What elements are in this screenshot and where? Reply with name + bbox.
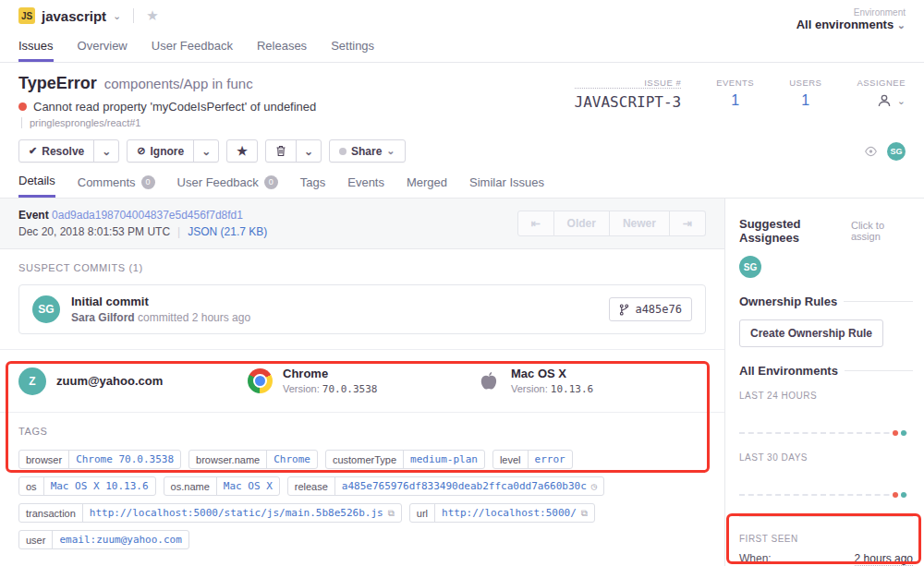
tag-browser[interactable]: browserChrome 70.0.3538 [18,450,181,469]
nav-overview[interactable]: Overview [78,39,128,62]
commit-meta: committed 2 hours ago [138,311,250,324]
newer-event-button[interactable]: Newer [610,211,670,236]
tab-details[interactable]: Details [18,174,55,198]
tag-user[interactable]: useremail:zuum@yahoo.com [18,530,189,549]
tab-events[interactable]: Events [347,174,384,198]
tag-release[interactable]: releasea485e765976df833490deab2ffca0dd7a… [287,476,604,496]
tag-url[interactable]: urlhttp://localhost:5000/⧉ [409,503,595,523]
environment-selector[interactable]: Environment All environments ⌄ [796,7,906,31]
delete-button[interactable]: ⌄ [265,139,322,163]
os-version: 10.13.6 [551,383,593,395]
comments-count-badge: 0 [141,175,155,189]
commit-author: Sara Gilford [71,311,135,324]
event-details-main: Event 0ad9ada198704004837e5d456f7d8fd1 D… [0,199,725,566]
resolve-button[interactable]: ✔Resolve ⌄ [18,139,119,163]
external-link-icon[interactable]: ⧉ [581,508,588,519]
trash-icon [275,145,286,157]
external-link-icon[interactable]: ⧉ [388,508,395,519]
event-id-link[interactable]: 0ad9ada198704004837e5d456f7d8fd1 [52,209,243,222]
issue-culprit: components/App in func [104,76,253,91]
delete-dropdown[interactable]: ⌄ [296,140,321,162]
event-toolbar: Event 0ad9ada198704004837e5d456f7d8fd1 D… [0,199,724,249]
bookmark-star-icon[interactable]: ★ [146,7,158,24]
event-context-row: Z zuum@yahoo.com Chrome Version: 70.0.35… [0,350,724,413]
first-seen-relative: 2 hours ago [855,552,913,566]
suggested-assignees-title: Suggested Assignees [739,217,845,245]
nav-user-feedback[interactable]: User Feedback [152,39,233,62]
suspect-commits-heading: SUSPECT COMMITS (1) [18,262,706,273]
event-label: Event [18,209,49,222]
suggested-assignees-block: Suggested AssigneesClick to assign SG [739,217,913,278]
chevron-down-icon: ⌄ [897,19,906,30]
apple-icon [477,368,501,394]
sparkline-point-teal [901,492,906,498]
sparkline-point-red [893,492,898,498]
chevron-down-icon: ⌄ [897,96,906,106]
commit-sha-button[interactable]: a485e76 [609,297,692,321]
viewer-avatar[interactable]: SG [887,142,906,161]
newest-event-button[interactable]: ⇥ [670,211,706,236]
star-button[interactable]: ★ [226,139,258,163]
tag-transaction[interactable]: transactionhttp://localhost:5000/static/… [18,503,402,523]
assignee-dropdown[interactable]: ⌄ [857,92,906,109]
suspect-commits-section: SUSPECT COMMITS (1) SG Initial commit Sa… [0,249,724,350]
ban-icon: ⊘ [137,145,145,157]
tag-level[interactable]: levelerror [492,450,573,469]
sentry-issue-page: JS javascript ⌄ ★ Environment All enviro… [0,0,924,566]
issue-message: Cannot read property 'myCodeIsPerfect' o… [33,100,316,114]
all-environments-block: All Environments LAST 24 HOURS LAST 30 D… [739,364,913,517]
chevron-down-icon: ⌄ [113,11,121,21]
user-email: zuum@yahoo.com [56,374,163,388]
tab-tags[interactable]: Tags [300,174,325,198]
events-label: EVENTS [716,78,754,88]
issue-number-value: JAVASCRIPT-3 [575,93,682,111]
create-ownership-rule-button[interactable]: Create Ownership Rule [739,319,883,347]
context-os: Mac OS X Version: 10.13.6 [477,367,706,395]
nav-releases[interactable]: Releases [257,39,307,62]
tag-customer-type[interactable]: customerTypemedium-plan [325,450,485,469]
git-branch-icon [619,304,629,316]
sparkline-baseline [739,432,907,434]
resolve-dropdown[interactable]: ⌄ [93,140,118,162]
tag-os[interactable]: osMac OS X 10.13.6 [18,476,156,496]
project-name[interactable]: javascript [42,8,106,24]
nav-settings[interactable]: Settings [331,39,374,62]
nav-issues[interactable]: Issues [18,39,54,62]
all-environments-title: All Environments [739,364,838,378]
issue-stats: ISSUE # JAVASCRIPT-3 EVENTS 1 USERS 1 AS… [575,74,906,128]
stat-events: EVENTS 1 [716,78,754,128]
user-avatar: Z [18,367,46,395]
share-status-dot [339,148,346,155]
event-json-link[interactable]: JSON (21.7 KB) [188,225,267,238]
older-event-button[interactable]: Older [554,211,610,236]
divider: | [177,225,180,238]
app-header: JS javascript ⌄ ★ Environment All enviro… [0,0,924,63]
tab-user-feedback[interactable]: User Feedback0 [177,174,278,198]
tag-os-name[interactable]: os.nameMac OS X [164,476,280,496]
chrome-icon [248,368,273,393]
last-24-hours-sparkline [739,404,913,440]
environment-value[interactable]: All environments ⌄ [796,18,906,31]
tab-similar-issues[interactable]: Similar Issues [469,174,544,198]
share-button[interactable]: Share⌄ [329,139,406,163]
users-count[interactable]: 1 [789,92,821,109]
issue-action-row: ✔Resolve ⌄ ⊘Ignore ⌄ ★ ⌄ Share⌄ [18,139,906,163]
project-switcher[interactable]: JS javascript ⌄ ★ [18,7,159,24]
commit-card: SG Initial commit Sara Gilford committed… [18,284,706,334]
ignore-dropdown[interactable]: ⌄ [193,140,218,162]
divider [133,8,134,23]
project-platform-badge: JS [18,7,35,24]
suggested-assignee-avatar[interactable]: SG [739,256,761,278]
ignore-button[interactable]: ⊘Ignore ⌄ [127,139,219,163]
clock-icon: ◷ [591,481,597,491]
seen-by-eye-icon [863,146,879,157]
user-feedback-count-badge: 0 [264,175,278,189]
tab-merged[interactable]: Merged [407,174,447,198]
tab-comments[interactable]: Comments0 [78,174,155,198]
events-count[interactable]: 1 [716,92,754,109]
first-seen-block: FIRST SEEN When:2 hours ago Dec 20, 2018… [739,534,913,566]
tag-browser-name[interactable]: browser.nameChrome [188,450,318,469]
oldest-event-button[interactable]: ⇤ [517,211,554,236]
os-name: Mac OS X [511,367,593,380]
stat-users: USERS 1 [789,78,821,128]
